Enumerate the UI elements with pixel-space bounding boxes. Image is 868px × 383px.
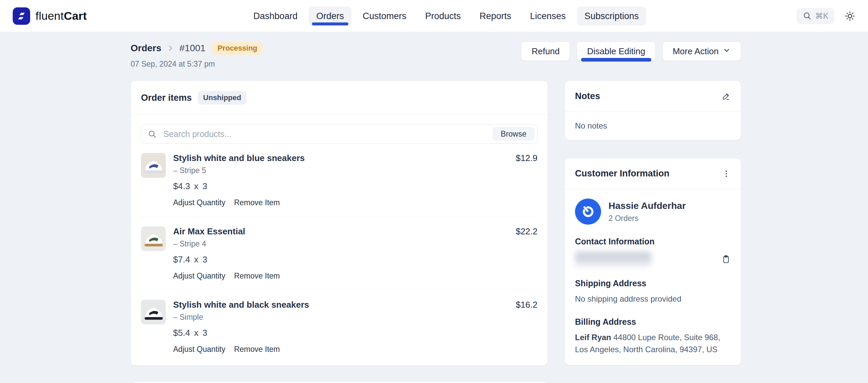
customer-info-title: Customer Information — [575, 168, 670, 179]
quantity: 3 — [203, 181, 207, 191]
shipment-status-badge: Unshipped — [198, 91, 247, 104]
search-products-input[interactable] — [141, 124, 537, 143]
main-navigation: Dashboard Orders Customers Products Repo… — [246, 0, 646, 32]
product-search-row: Browse — [141, 124, 537, 143]
search-shortcut-hint: ⌘K — [815, 11, 829, 21]
billing-address-title: Billing Address — [575, 317, 731, 327]
order-items-card: Order items Unshipped Browse — [131, 81, 548, 365]
order-item-row: Stylish white and blue sneakers – Stripe… — [141, 143, 537, 217]
product-image-blue-sneakers — [141, 153, 166, 178]
product-actions: Adjust Quantity Remove Item — [173, 345, 508, 354]
order-status-badge: Processing — [212, 41, 263, 55]
nav-item-dashboard[interactable]: Dashboard — [246, 7, 305, 26]
breadcrumb: Orders #1001 Processing — [131, 41, 262, 55]
product-variant: – Simple — [173, 313, 508, 322]
main-column: Order items Unshipped Browse — [131, 81, 548, 383]
product-actions: Adjust Quantity Remove Item — [173, 272, 508, 281]
breadcrumb-block: Orders #1001 Processing 07 Sep, 2024 at … — [131, 41, 262, 69]
product-image-black-sneakers — [141, 300, 166, 324]
breadcrumb-orders-link[interactable]: Orders — [131, 43, 161, 54]
theme-toggle-sun-icon[interactable] — [844, 11, 855, 22]
search-icon — [803, 11, 812, 21]
order-items-title: Order items — [141, 93, 192, 103]
disable-editing-button[interactable]: Disable Editing — [577, 41, 655, 61]
refund-button[interactable]: Refund — [521, 41, 570, 61]
nav-item-orders[interactable]: Orders — [309, 7, 351, 26]
order-date: 07 Sep, 2024 at 5:37 pm — [131, 60, 262, 69]
kebab-menu-icon[interactable] — [722, 169, 731, 178]
line-total: $12.9 — [516, 153, 537, 207]
search-icon — [148, 130, 157, 140]
quantity: 3 — [203, 254, 207, 265]
nav-item-customers[interactable]: Customers — [355, 7, 414, 26]
remove-item-link[interactable]: Remove Item — [234, 198, 280, 207]
side-column: Notes No notes Custo — [565, 81, 741, 365]
product-image-airmax — [141, 226, 166, 251]
line-total: $16.2 — [516, 300, 537, 354]
billing-name: Leif Ryan — [575, 333, 611, 342]
product-price-line: $7.4 x 3 — [173, 254, 508, 265]
order-items-body: Browse Stylish — [131, 115, 548, 365]
chevron-down-icon — [723, 46, 731, 57]
customer-profile: Hassie Aufderhar 2 Orders — [575, 198, 731, 225]
more-action-button[interactable]: More Action — [662, 41, 741, 61]
product-info: Air Max Essential – Stripe 4 $7.4 x 3 Ad… — [173, 226, 508, 281]
billing-address-text: Leif Ryan 44800 Lupe Route, Suite 968, L… — [575, 331, 731, 356]
shipping-address-title: Shipping Address — [575, 279, 731, 288]
fluentcart-logo-icon — [13, 7, 30, 25]
customer-orders-count: 2 Orders — [609, 214, 686, 223]
adjust-quantity-link[interactable]: Adjust Quantity — [173, 198, 225, 207]
times-label: x — [194, 328, 198, 338]
nav-item-subscriptions[interactable]: Subscriptions — [577, 7, 646, 26]
payment-card: Payment Paid — [131, 382, 548, 383]
topbar-right: ⌘K — [797, 8, 855, 24]
brand-logo[interactable]: fluentCart — [13, 7, 87, 25]
product-name: Stylish white and blue sneakers — [173, 153, 508, 163]
content-grid: Order items Unshipped Browse — [131, 81, 741, 383]
unit-price: $5.4 — [173, 328, 190, 338]
nav-item-licenses[interactable]: Licenses — [523, 7, 573, 26]
product-variant: – Stripe 4 — [173, 240, 508, 248]
contact-row — [575, 252, 731, 266]
nav-item-reports[interactable]: Reports — [472, 7, 519, 26]
shipping-address-empty: No shipping address provided — [575, 293, 731, 305]
customer-info-header: Customer Information — [565, 158, 741, 189]
brand-name-bold: Cart — [64, 9, 87, 22]
edit-notes-pencil-icon[interactable] — [721, 92, 731, 101]
order-item-row: Air Max Essential – Stripe 4 $7.4 x 3 Ad… — [141, 217, 537, 290]
redacted-email-blur — [575, 252, 651, 266]
copy-clipboard-icon[interactable] — [721, 254, 731, 264]
quantity: 3 — [203, 328, 207, 338]
chevron-right-icon — [167, 44, 174, 52]
notes-empty-text: No notes — [575, 121, 731, 131]
customer-avatar — [575, 198, 601, 225]
product-name: Stylish white and black sneakers — [173, 300, 508, 310]
product-info: Stylish white and black sneakers – Simpl… — [173, 300, 508, 354]
product-price-line: $4.3 x 3 — [173, 181, 508, 191]
order-items-header: Order items Unshipped — [131, 81, 548, 115]
line-total: $22.2 — [516, 226, 537, 281]
notes-card: Notes No notes — [565, 81, 741, 140]
remove-item-link[interactable]: Remove Item — [234, 272, 280, 281]
order-item-row: Stylish white and black sneakers – Simpl… — [141, 290, 537, 356]
remove-item-link[interactable]: Remove Item — [234, 345, 280, 354]
adjust-quantity-link[interactable]: Adjust Quantity — [173, 272, 225, 281]
unit-price: $4.3 — [173, 181, 190, 191]
more-action-label: More Action — [673, 46, 719, 57]
adjust-quantity-link[interactable]: Adjust Quantity — [173, 345, 225, 354]
nav-item-products[interactable]: Products — [418, 7, 468, 26]
brand-name: fluentCart — [35, 9, 87, 23]
global-search-button[interactable]: ⌘K — [797, 8, 835, 24]
product-name: Air Max Essential — [173, 226, 508, 237]
notes-title: Notes — [575, 91, 600, 101]
page-header: Orders #1001 Processing 07 Sep, 2024 at … — [131, 41, 741, 69]
order-id: #1001 — [180, 43, 206, 54]
times-label: x — [194, 254, 198, 265]
contact-info-title: Contact Information — [575, 237, 731, 246]
product-actions: Adjust Quantity Remove Item — [173, 198, 508, 207]
times-label: x — [194, 181, 198, 191]
customer-info-card: Customer Information — [565, 158, 741, 365]
unit-price: $7.4 — [173, 254, 190, 265]
browse-products-button[interactable]: Browse — [493, 127, 534, 140]
notes-body: No notes — [565, 112, 741, 140]
